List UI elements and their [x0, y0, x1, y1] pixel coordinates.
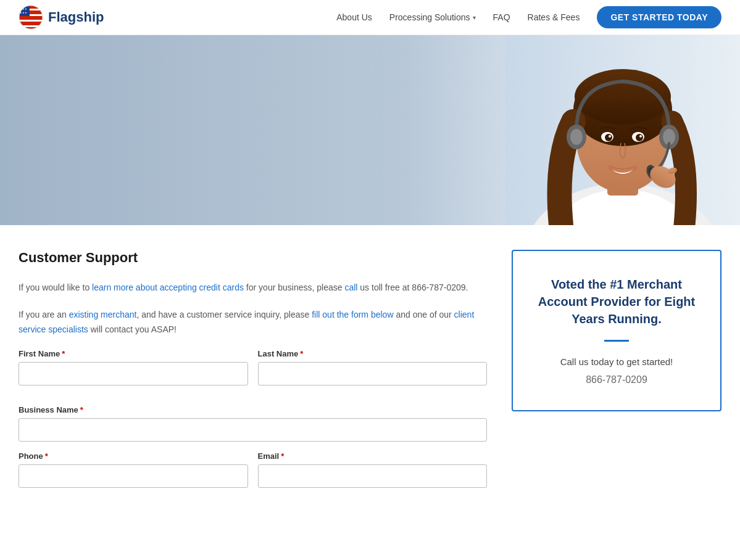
site-header: ★★★ ★★★ Flagship About Us Processing Sol… [0, 0, 740, 35]
info-paragraph-2: If you are an existing merchant, and hav… [19, 308, 487, 337]
logo[interactable]: ★★★ ★★★ Flagship [19, 5, 104, 30]
svg-point-26 [570, 129, 583, 145]
svg-point-21 [605, 134, 612, 141]
hero-banner [0, 35, 740, 225]
nav-processing-solutions[interactable]: Processing Solutions ▾ [389, 12, 476, 22]
business-name-input[interactable] [19, 418, 487, 442]
main-content: Customer Support If you would like to le… [0, 225, 740, 532]
logo-text: Flagship [48, 9, 104, 25]
sidebar-divider [604, 340, 629, 342]
business-name-label: Business Name* [19, 405, 487, 414]
first-name-label: First Name* [19, 349, 248, 358]
svg-point-23 [609, 135, 611, 138]
get-started-button[interactable]: GET STARTED TODAY [597, 6, 721, 28]
left-column: Customer Support If you would like to le… [19, 250, 487, 508]
sidebar-call-text: Call us today to get started! [531, 356, 702, 367]
first-name-group: First Name* [19, 349, 248, 385]
phone-label: Phone* [19, 451, 248, 461]
form-row-contact: Phone* Email* [19, 451, 487, 498]
last-name-label: Last Name* [258, 349, 488, 358]
last-name-input[interactable] [258, 362, 488, 385]
email-input[interactable] [258, 464, 488, 488]
chevron-down-icon: ▾ [473, 14, 476, 21]
phone-group: Phone* [19, 451, 248, 488]
form-row-name: First Name* Last Name* [19, 349, 487, 395]
svg-rect-8 [19, 5, 30, 16]
svg-point-22 [636, 134, 643, 141]
email-group: Email* [258, 451, 488, 488]
svg-point-24 [639, 135, 642, 138]
info-paragraph-1: If you would like to learn more about ac… [19, 281, 487, 295]
logo-icon: ★★★ ★★★ [19, 5, 43, 30]
nav-rates-fees[interactable]: Rates & Fees [528, 12, 580, 22]
nav-faq[interactable]: FAQ [493, 12, 510, 22]
sidebar-title: Voted the #1 Merchant Account Provider f… [531, 276, 702, 327]
right-column: Voted the #1 Merchant Account Provider f… [512, 250, 721, 411]
section-title: Customer Support [19, 250, 487, 266]
phone-input[interactable] [19, 464, 248, 488]
first-name-input[interactable] [19, 362, 248, 385]
contact-form: First Name* Last Name* Business Name* [19, 349, 487, 498]
svg-rect-5 [19, 16, 43, 20]
email-label: Email* [258, 451, 488, 461]
sidebar-box: Voted the #1 Merchant Account Provider f… [512, 250, 721, 411]
sidebar-phone: 866-787-0209 [531, 374, 702, 385]
main-nav: About Us Processing Solutions ▾ FAQ Rate… [336, 6, 721, 28]
hero-image [505, 35, 740, 225]
last-name-group: Last Name* [258, 349, 488, 385]
hero-person-illustration [505, 35, 740, 225]
business-name-group: Business Name* [19, 405, 487, 442]
nav-about-us[interactable]: About Us [336, 12, 372, 22]
